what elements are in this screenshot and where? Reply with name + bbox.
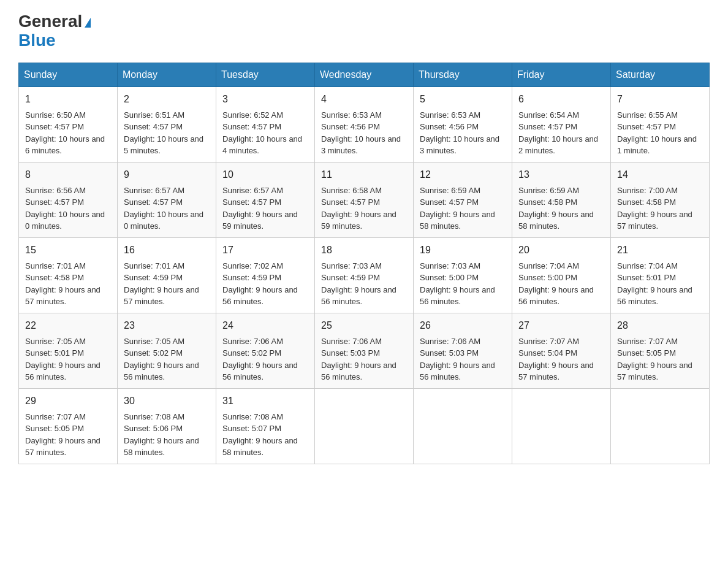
sunset-info: Sunset: 4:58 PM [518, 197, 577, 207]
day-number: 8 [25, 167, 111, 182]
sunrise-info: Sunrise: 6:59 AM [518, 186, 579, 195]
calendar-cell: 9 Sunrise: 6:57 AM Sunset: 4:57 PM Dayli… [118, 162, 216, 237]
sunrise-info: Sunrise: 7:07 AM [518, 337, 579, 346]
sunset-info: Sunset: 4:57 PM [518, 122, 577, 131]
calendar-cell: 28 Sunrise: 7:07 AM Sunset: 5:05 PM Dayl… [611, 313, 710, 388]
calendar-cell: 23 Sunrise: 7:05 AM Sunset: 5:02 PM Dayl… [118, 313, 216, 388]
sunrise-info: Sunrise: 7:03 AM [321, 261, 382, 270]
sunset-info: Sunset: 4:57 PM [124, 197, 183, 207]
weekday-header-sunday: Sunday [19, 63, 118, 86]
calendar-cell: 16 Sunrise: 7:01 AM Sunset: 4:59 PM Dayl… [118, 237, 216, 313]
calendar-cell [512, 388, 611, 464]
daylight-info: Daylight: 10 hours and 3 minutes. [420, 134, 499, 156]
sunrise-info: Sunrise: 6:51 AM [124, 110, 184, 120]
calendar-cell: 29 Sunrise: 7:07 AM Sunset: 5:05 PM Dayl… [19, 388, 118, 464]
calendar-cell [315, 388, 414, 464]
calendar-cell: 30 Sunrise: 7:08 AM Sunset: 5:06 PM Dayl… [118, 388, 216, 464]
sunset-info: Sunset: 4:58 PM [617, 197, 676, 207]
sunset-info: Sunset: 5:04 PM [518, 348, 577, 358]
calendar-cell: 26 Sunrise: 7:06 AM Sunset: 5:03 PM Dayl… [414, 313, 512, 388]
sunset-info: Sunset: 4:56 PM [420, 122, 479, 131]
sunrise-info: Sunrise: 7:05 AM [124, 337, 184, 346]
sunrise-info: Sunrise: 6:57 AM [222, 186, 283, 195]
sunset-info: Sunset: 4:57 PM [420, 197, 479, 207]
week-row-5: 29 Sunrise: 7:07 AM Sunset: 5:05 PM Dayl… [19, 388, 710, 464]
calendar-cell: 14 Sunrise: 7:00 AM Sunset: 4:58 PM Dayl… [611, 162, 710, 237]
daylight-info: Daylight: 9 hours and 57 minutes. [124, 285, 199, 307]
daylight-info: Daylight: 10 hours and 1 minute. [617, 134, 697, 156]
sunrise-info: Sunrise: 7:01 AM [25, 261, 86, 270]
day-number: 9 [124, 167, 210, 182]
sunset-info: Sunset: 4:57 PM [222, 122, 281, 131]
sunrise-info: Sunrise: 6:55 AM [617, 110, 678, 120]
day-number: 20 [518, 243, 604, 258]
day-number: 12 [420, 167, 506, 182]
day-number: 23 [124, 318, 210, 333]
sunrise-info: Sunrise: 7:06 AM [420, 337, 480, 346]
day-number: 29 [25, 394, 111, 408]
daylight-info: Daylight: 10 hours and 0 minutes. [124, 210, 203, 231]
week-row-2: 8 Sunrise: 6:56 AM Sunset: 4:57 PM Dayli… [19, 162, 710, 237]
sunset-info: Sunset: 5:02 PM [124, 348, 183, 358]
logo-triangle-icon [85, 18, 91, 28]
day-number: 13 [518, 167, 604, 182]
day-number: 24 [222, 318, 308, 333]
calendar-cell: 21 Sunrise: 7:04 AM Sunset: 5:01 PM Dayl… [611, 237, 710, 313]
day-number: 15 [25, 243, 111, 258]
sunset-info: Sunset: 5:05 PM [617, 348, 676, 358]
day-number: 31 [222, 394, 308, 408]
logo-general-text: General [18, 12, 91, 31]
daylight-info: Daylight: 9 hours and 57 minutes. [25, 436, 100, 458]
calendar-cell: 12 Sunrise: 6:59 AM Sunset: 4:57 PM Dayl… [414, 162, 512, 237]
day-number: 10 [222, 167, 308, 182]
calendar-cell: 10 Sunrise: 6:57 AM Sunset: 4:57 PM Dayl… [216, 162, 315, 237]
sunset-info: Sunset: 4:59 PM [222, 273, 281, 282]
sunrise-info: Sunrise: 7:07 AM [25, 412, 86, 421]
week-row-1: 1 Sunrise: 6:50 AM Sunset: 4:57 PM Dayli… [19, 86, 710, 162]
day-number: 3 [222, 92, 308, 107]
daylight-info: Daylight: 10 hours and 0 minutes. [25, 210, 105, 231]
daylight-info: Daylight: 9 hours and 56 minutes. [222, 361, 298, 382]
daylight-info: Daylight: 9 hours and 57 minutes. [518, 361, 594, 382]
calendar-cell: 8 Sunrise: 6:56 AM Sunset: 4:57 PM Dayli… [19, 162, 118, 237]
sunset-info: Sunset: 4:58 PM [25, 273, 84, 282]
daylight-info: Daylight: 10 hours and 2 minutes. [518, 134, 598, 156]
sunset-info: Sunset: 5:05 PM [25, 424, 84, 433]
week-row-4: 22 Sunrise: 7:05 AM Sunset: 5:01 PM Dayl… [19, 313, 710, 388]
daylight-info: Daylight: 9 hours and 56 minutes. [518, 285, 594, 307]
weekday-header-friday: Friday [512, 63, 611, 86]
calendar-cell: 6 Sunrise: 6:54 AM Sunset: 4:57 PM Dayli… [512, 86, 611, 162]
day-number: 25 [321, 318, 407, 333]
daylight-info: Daylight: 9 hours and 57 minutes. [617, 210, 692, 231]
daylight-info: Daylight: 10 hours and 4 minutes. [222, 134, 302, 156]
sunrise-info: Sunrise: 7:04 AM [518, 261, 579, 270]
calendar-cell: 2 Sunrise: 6:51 AM Sunset: 4:57 PM Dayli… [118, 86, 216, 162]
daylight-info: Daylight: 10 hours and 3 minutes. [321, 134, 401, 156]
calendar-cell: 31 Sunrise: 7:08 AM Sunset: 5:07 PM Dayl… [216, 388, 315, 464]
calendar-cell: 11 Sunrise: 6:58 AM Sunset: 4:57 PM Dayl… [315, 162, 414, 237]
day-number: 19 [420, 243, 506, 258]
calendar-cell: 13 Sunrise: 6:59 AM Sunset: 4:58 PM Dayl… [512, 162, 611, 237]
sunset-info: Sunset: 4:59 PM [321, 273, 380, 282]
daylight-info: Daylight: 9 hours and 56 minutes. [124, 361, 199, 382]
daylight-info: Daylight: 9 hours and 56 minutes. [617, 285, 692, 307]
sunrise-info: Sunrise: 6:53 AM [420, 110, 480, 120]
day-number: 4 [321, 92, 407, 107]
sunset-info: Sunset: 5:03 PM [321, 348, 380, 358]
calendar-cell: 1 Sunrise: 6:50 AM Sunset: 4:57 PM Dayli… [19, 86, 118, 162]
sunset-info: Sunset: 5:06 PM [124, 424, 183, 433]
sunset-info: Sunset: 4:57 PM [25, 122, 84, 131]
daylight-info: Daylight: 9 hours and 59 minutes. [321, 210, 396, 231]
day-number: 2 [124, 92, 210, 107]
weekday-header-tuesday: Tuesday [216, 63, 315, 86]
sunrise-info: Sunrise: 6:56 AM [25, 186, 86, 195]
calendar-cell [611, 388, 710, 464]
sunrise-info: Sunrise: 7:05 AM [25, 337, 86, 346]
sunset-info: Sunset: 5:02 PM [222, 348, 281, 358]
day-number: 6 [518, 92, 604, 107]
daylight-info: Daylight: 9 hours and 58 minutes. [518, 210, 594, 231]
day-number: 21 [617, 243, 703, 258]
calendar-cell: 25 Sunrise: 7:06 AM Sunset: 5:03 PM Dayl… [315, 313, 414, 388]
sunrise-info: Sunrise: 7:02 AM [222, 261, 283, 270]
sunrise-info: Sunrise: 6:50 AM [25, 110, 86, 120]
